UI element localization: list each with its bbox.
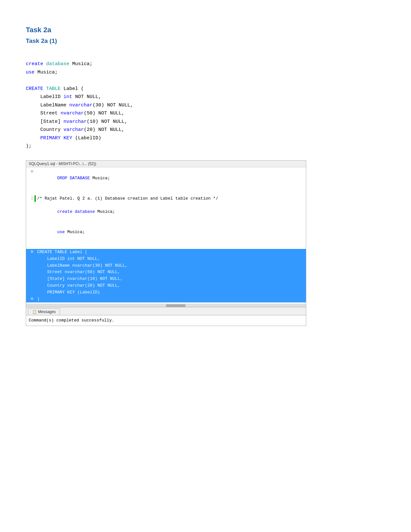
editor-line-create-table: ⊟ CREATE TABLE Label ( xyxy=(26,249,306,256)
ssms-window: SQLQuery1.sql - MISHTI-PC\...\... (52)) … xyxy=(26,160,306,326)
editor-line-pk: PRIMARY KEY (LabelID) xyxy=(26,289,306,296)
line-content-labelname: LabelName nvarchar(30) NOT NULL, xyxy=(37,262,305,269)
messages-tab-label: Messages xyxy=(38,310,56,314)
line-content-create-table: CREATE TABLE Label ( xyxy=(37,249,305,256)
task-subheading: Task 2a (1) xyxy=(26,37,385,44)
editor-line-labelid: LabelID int NOT NULL, xyxy=(26,256,306,262)
line-content-blank2 xyxy=(37,242,305,249)
messages-tab[interactable]: 📋 Messages xyxy=(28,308,60,315)
editor-line-1: ⊟ DROP DATABASE Musica; xyxy=(26,169,306,189)
line-content-street: Street nvarchar(50) NOT NULL, xyxy=(37,269,305,276)
editor-line-country: Country varchar(20) NOT NULL, xyxy=(26,282,306,289)
editor-line-street: Street nvarchar(50) NOT NULL, xyxy=(26,269,306,276)
messages-tab-icon: 📋 xyxy=(32,310,37,314)
editor-line-comment: | /* Rajat Patel. Q 2 a. (1) Database cr… xyxy=(26,195,306,202)
editor-line-create-db: create database Musica; xyxy=(26,202,306,222)
ssms-titlebar: SQLQuery1.sql - MISHTI-PC\...\... (52)) xyxy=(26,161,306,167)
ssms-messages: Command(s) completed successfully. xyxy=(26,315,306,326)
ssms-tabs: 📋 Messages xyxy=(26,307,306,315)
editor-line-state: [State] nvarchar(10) NOT NULL, xyxy=(26,276,306,282)
editor-line-labelname: LabelName nvarchar(30) NOT NULL, xyxy=(26,262,306,269)
gutter-create-table: ⊟ xyxy=(27,249,33,255)
ssms-scrollbar[interactable] xyxy=(26,304,306,307)
code-display: create database Musica; use Musica; CREA… xyxy=(26,60,385,151)
task-heading: Task 2a xyxy=(26,26,385,34)
line-content-comment: /* Rajat Patel. Q 2 a. (1) Database crea… xyxy=(37,195,305,202)
line-content-use: use Musica; xyxy=(37,222,305,242)
line-content-1: DROP DATABASE Musica; xyxy=(37,169,305,189)
gutter-comment: | xyxy=(27,195,33,202)
ssms-editor: ⊟ DROP DATABASE Musica; | /* Rajat Patel… xyxy=(26,167,306,304)
editor-line-use: use Musica; xyxy=(26,222,306,242)
bar-comment xyxy=(34,195,36,202)
line-content-labelid: LabelID int NOT NULL, xyxy=(37,256,305,262)
editor-line-blank2 xyxy=(26,242,306,249)
line-content-country: Country varchar(20) NOT NULL, xyxy=(37,282,305,289)
editor-line-blank1 xyxy=(26,189,306,195)
gutter-1: ⊟ xyxy=(27,169,33,175)
line-content-pk: PRIMARY KEY (LabelID) xyxy=(37,289,305,296)
ssms-scrollbar-thumb xyxy=(166,304,185,307)
editor-line-close: ⊟ ) xyxy=(26,296,306,303)
line-content-state: [State] nvarchar(10) NOT NULL, xyxy=(37,276,305,282)
gutter-close: ⊟ xyxy=(27,296,33,302)
line-content-create-db: create database Musica; xyxy=(37,202,305,222)
line-content-close: ) xyxy=(37,296,305,303)
line-content-blank1 xyxy=(37,189,305,195)
